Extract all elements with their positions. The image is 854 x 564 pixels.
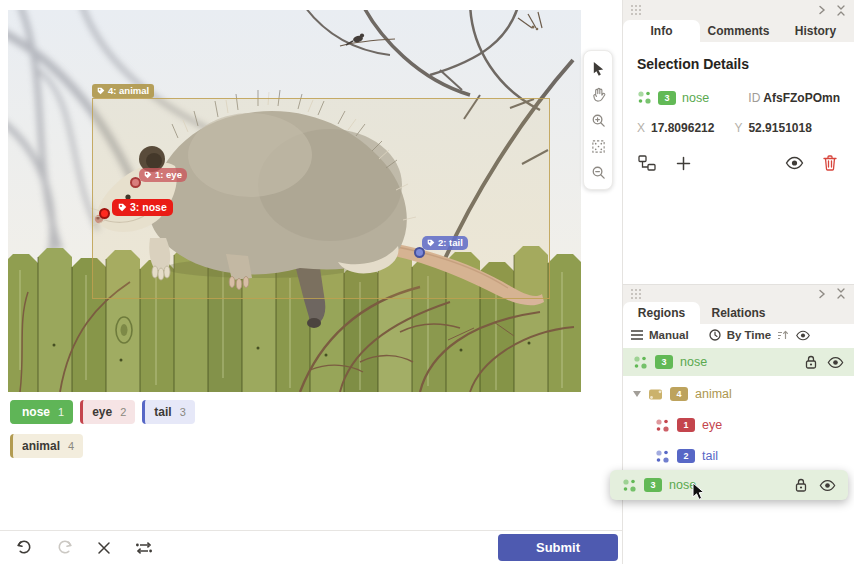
zoom-in-icon — [591, 113, 606, 128]
image-canvas[interactable]: 4: animal 1: eye 3: nose 2: tail — [8, 10, 581, 392]
info-panel-header[interactable] — [623, 0, 854, 20]
transfer-icon — [135, 541, 153, 555]
keypoints-icon — [633, 355, 648, 370]
region-label: eye — [702, 418, 722, 432]
plus-icon — [676, 156, 691, 171]
detach-panel-button[interactable] — [818, 289, 826, 299]
animal-box-label[interactable]: 4: animal — [92, 84, 154, 98]
zoom-out-icon — [591, 165, 606, 180]
region-label: nose — [682, 91, 709, 105]
collapse-group-toggle[interactable] — [633, 391, 641, 397]
region-coordinates: X 17.8096212 Y 52.9151018 — [637, 121, 840, 135]
drag-grip-icon — [631, 289, 641, 299]
region-label: nose — [680, 355, 707, 369]
region-label: animal — [695, 387, 732, 401]
canvas-toolbar — [583, 50, 613, 190]
eye-icon[interactable] — [819, 479, 836, 492]
fit-screen-tool-button[interactable] — [585, 133, 611, 159]
regions-panel-header[interactable] — [623, 284, 854, 302]
region-index-badge: 3 — [655, 355, 673, 369]
rectangle-region-icon — [648, 388, 663, 401]
label-button-nose[interactable]: nose 1 — [10, 400, 73, 424]
region-row-nose[interactable]: 3 nose — [623, 348, 854, 376]
reset-icon — [97, 541, 111, 555]
keypoints-icon — [655, 449, 670, 464]
group-by-button[interactable]: Manual — [649, 329, 689, 341]
region-index-badge: 1 — [677, 418, 695, 432]
tab-history[interactable]: History — [777, 20, 854, 42]
undo-button[interactable] — [14, 538, 34, 558]
sort-direction-icon — [777, 329, 789, 341]
keypoints-icon — [655, 418, 670, 433]
group-by-icon — [631, 330, 643, 340]
tag-icon — [97, 87, 105, 95]
label-button-tail[interactable]: tail 3 — [142, 400, 194, 424]
tab-relations[interactable]: Relations — [700, 302, 777, 324]
selection-details-heading: Selection Details — [637, 56, 840, 72]
label-hotkey: 1 — [58, 406, 64, 418]
tag-icon — [144, 171, 152, 179]
eye-point-label[interactable]: 1: eye — [139, 168, 187, 182]
create-relation-button[interactable] — [637, 153, 657, 173]
order-by-button[interactable]: By Time — [727, 329, 772, 341]
annotation-app: 4: animal 1: eye 3: nose 2: tail — [0, 0, 854, 564]
tab-comments[interactable]: Comments — [700, 20, 777, 42]
tab-regions[interactable]: Regions — [623, 302, 700, 324]
label-hotkey: 2 — [120, 406, 126, 418]
region-row-tail[interactable]: 2 tail — [623, 442, 854, 470]
fit-screen-icon — [591, 139, 606, 154]
region-id: IDAfsFZoPOmn — [748, 91, 840, 105]
nose-keypoint[interactable] — [99, 208, 110, 219]
redo-button[interactable] — [54, 538, 74, 558]
pan-tool-button[interactable] — [585, 81, 611, 107]
label-text: tail — [154, 405, 171, 419]
hand-icon — [591, 87, 606, 102]
y-value: 52.9151018 — [748, 121, 811, 135]
region-label: tail — [702, 449, 718, 463]
info-tabbar: Info Comments History — [623, 20, 854, 42]
tag-icon — [427, 239, 435, 247]
drag-grip-icon — [631, 5, 641, 15]
collapse-panel-button[interactable] — [836, 288, 846, 299]
region-index-badge: 4 — [670, 387, 688, 401]
keypoints-icon — [637, 90, 652, 105]
eye-icon[interactable] — [827, 356, 844, 369]
lock-icon[interactable] — [795, 478, 807, 492]
keypoints-icon — [622, 478, 637, 493]
region-index-badge: 3 — [644, 478, 662, 492]
submit-button[interactable]: Submit — [498, 534, 618, 561]
label-button-animal[interactable]: animal 4 — [10, 434, 83, 458]
toggle-visibility-button[interactable] — [784, 153, 804, 173]
tag-icon — [118, 203, 127, 212]
toggle-all-visibility-icon[interactable] — [795, 330, 811, 341]
collapse-panel-button[interactable] — [836, 5, 846, 16]
zoom-in-tool-button[interactable] — [585, 107, 611, 133]
detach-panel-button[interactable] — [818, 5, 826, 15]
selection-details-panel: Selection Details 3 nose IDAfsFZoPOmn X … — [623, 42, 854, 284]
delete-region-button[interactable] — [820, 153, 840, 173]
labels-row-1: nose 1 eye 2 tail 3 — [10, 400, 195, 424]
label-text: eye — [92, 405, 112, 419]
zoom-out-tool-button[interactable] — [585, 159, 611, 185]
transfer-annotation-button[interactable] — [134, 538, 154, 558]
nose-point-label[interactable]: 3: nose — [112, 199, 173, 216]
tab-info[interactable]: Info — [623, 20, 700, 42]
collapse-icon — [836, 5, 846, 16]
region-row-animal[interactable]: 4 animal — [623, 380, 854, 408]
reset-button[interactable] — [94, 538, 114, 558]
region-row-eye[interactable]: 1 eye — [623, 411, 854, 439]
relation-icon — [638, 155, 656, 171]
label-button-eye[interactable]: eye 2 — [80, 400, 135, 424]
label-text: animal — [22, 439, 60, 453]
region-row-nose-dragging[interactable]: 3 nose — [610, 470, 848, 500]
regions-toolbar: Manual By Time — [623, 324, 854, 346]
cursor-tool-button[interactable] — [585, 55, 611, 81]
collapse-icon — [836, 288, 846, 299]
tail-point-label[interactable]: 2: tail — [422, 236, 468, 250]
undo-icon — [16, 539, 33, 556]
cursor-icon — [591, 61, 606, 76]
clock-icon — [709, 329, 721, 341]
lock-icon[interactable] — [805, 355, 817, 369]
add-meta-button[interactable] — [673, 153, 693, 173]
label-hotkey: 3 — [180, 406, 186, 418]
